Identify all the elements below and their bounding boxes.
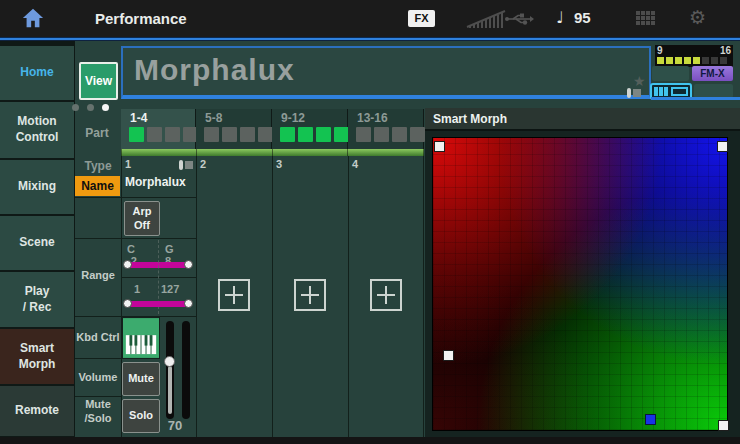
part-tab-13-16[interactable]: 13-16 — [348, 109, 424, 149]
home-icon[interactable] — [22, 6, 44, 30]
part-status-squares — [129, 127, 198, 142]
volume-slider-fill — [168, 366, 172, 414]
utility-gear-icon[interactable]: ⚙ — [689, 6, 706, 28]
page-dot-active — [102, 104, 109, 111]
part-tab-9-12[interactable]: 9-12 — [272, 109, 348, 149]
synth-performance-screen: Performance FX ♩ 95 ⚙ Ho — [0, 0, 740, 444]
row-divider — [75, 396, 121, 397]
part-tab-5-8[interactable]: 5-8 — [196, 109, 272, 149]
performance-name: Morphalux — [134, 53, 295, 87]
row-divider — [122, 197, 196, 198]
sidebar-item-remote[interactable]: Remote — [0, 386, 74, 436]
range-row-label: Range — [75, 268, 121, 282]
sidebar-item-label: Mixing — [18, 179, 56, 195]
view-button[interactable]: View — [79, 62, 118, 100]
kbd-ctrl-button[interactable] — [122, 317, 160, 359]
part1-name[interactable]: Morphalux — [125, 175, 186, 189]
morph-marker-white[interactable] — [443, 350, 454, 361]
smart-morph-map[interactable] — [432, 137, 728, 431]
mute-solo-row-label: Mute /Solo — [75, 397, 121, 426]
velocity-range-high-handle[interactable] — [184, 299, 193, 308]
velocity-range-low-handle[interactable] — [123, 299, 132, 308]
morph-marker-blue[interactable] — [645, 414, 656, 425]
part-tab-label: 9-12 — [281, 111, 305, 125]
page-title: Performance — [95, 0, 187, 37]
smart-morph-header: Smart Morph — [425, 108, 740, 131]
part-status-squares — [280, 127, 349, 142]
sidebar-item-smart-morph[interactable]: Smart Morph — [0, 329, 74, 384]
page-dot — [87, 104, 94, 111]
volume-slider-handle[interactable] — [164, 356, 175, 367]
badge-slot — [694, 84, 733, 98]
velocity-range-slider[interactable] — [126, 301, 190, 307]
velocity-range-high[interactable]: 127 — [161, 283, 179, 295]
name-toggle-active[interactable]: Name — [75, 176, 120, 196]
part1-number: 1 — [125, 158, 131, 170]
velocity-range-low[interactable]: 1 — [134, 283, 140, 295]
badge-slot — [652, 66, 689, 81]
part2-number: 2 — [200, 158, 206, 170]
tempo-value[interactable]: 95 — [574, 9, 591, 26]
volume-row-label: Volume — [75, 370, 121, 384]
volume-value: 70 — [158, 418, 192, 433]
row-divider — [75, 358, 121, 359]
row-divider — [75, 197, 121, 198]
type-toggle[interactable]: Type — [75, 159, 121, 175]
sidebar-item-label: Scene — [19, 235, 54, 251]
keyboard-category-icon — [627, 88, 641, 98]
quick-setup-grid-icon[interactable] — [636, 11, 656, 26]
add-part4-button[interactable] — [370, 279, 402, 311]
part3-number: 3 — [276, 158, 282, 170]
part-status-squares — [204, 127, 273, 142]
add-part2-button[interactable] — [218, 279, 250, 311]
tempo-note-icon[interactable]: ♩ — [556, 8, 564, 27]
motion-control-glyph — [654, 86, 688, 97]
sidebar-item-motion-control[interactable]: Motion Control — [0, 102, 74, 158]
keyboard-category-icon — [179, 160, 193, 170]
sidebar-item-label: Smart Morph — [19, 341, 56, 372]
sidebar-item-label: Play / Rec — [23, 284, 52, 315]
morph-marker-white[interactable] — [718, 420, 729, 431]
usb-icon — [504, 12, 534, 26]
part-tab-label: 13-16 — [357, 111, 388, 125]
part-section-label: Part — [75, 126, 119, 140]
sidebar-item-play-rec[interactable]: Play / Rec — [0, 272, 74, 327]
kbd-ctrl-row-label: Kbd Ctrl — [75, 330, 121, 344]
engine-type-badge: FM-X — [692, 66, 733, 81]
row-divider — [75, 316, 121, 317]
part4-number: 4 — [352, 158, 358, 170]
ribbon-fader-icon[interactable] — [466, 8, 506, 30]
row-divider — [122, 277, 196, 278]
sidebar-item-label: Remote — [15, 403, 59, 419]
part-tab-1-4[interactable]: 1-4 — [121, 109, 196, 149]
level-meter-bar — [182, 321, 190, 419]
sidebar-item-label: Home — [20, 65, 53, 81]
solo-button[interactable]: Solo — [122, 399, 160, 433]
part-tab-label: 1-4 — [130, 111, 147, 125]
page-dot — [72, 104, 79, 111]
morph-marker-white[interactable] — [434, 141, 445, 152]
sidebar-item-mixing[interactable]: Mixing — [0, 160, 74, 214]
part-tab-label: 5-8 — [205, 111, 222, 125]
part-status-squares — [356, 127, 425, 142]
sidebar-item-home[interactable]: Home — [0, 46, 74, 100]
add-part3-button[interactable] — [294, 279, 326, 311]
arp-onoff-button[interactable]: Arp Off — [124, 201, 160, 236]
meter-cells — [657, 57, 727, 64]
smart-morph-title: Smart Morph — [433, 112, 507, 126]
meter-end-label: 16 — [720, 45, 731, 56]
fx-indicator[interactable]: FX — [408, 10, 435, 27]
mute-button[interactable]: Mute — [122, 362, 160, 396]
part-meter-9-16: 9 16 — [655, 45, 733, 67]
morph-marker-white[interactable] — [717, 141, 728, 152]
sidebar-item-label: Motion Control — [16, 114, 59, 145]
sidebar-item-scene[interactable]: Scene — [0, 216, 74, 270]
row-divider — [122, 238, 196, 239]
meter-start-label: 9 — [657, 45, 663, 56]
favorite-star-icon[interactable]: ★ — [633, 73, 646, 89]
row-divider — [75, 238, 121, 239]
accent-underline — [651, 97, 740, 100]
note-range-high-handle[interactable] — [184, 260, 193, 269]
note-range-low-handle[interactable] — [123, 260, 132, 269]
bottom-bezel — [0, 437, 740, 444]
